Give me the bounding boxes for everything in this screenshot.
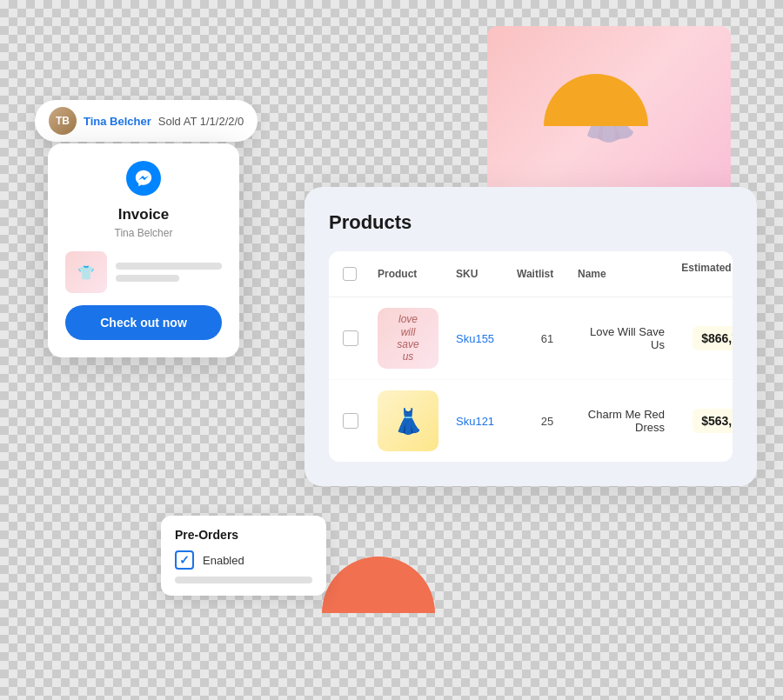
row2-sku-link[interactable]: Sku121 — [456, 415, 494, 428]
row1-sku-link[interactable]: Sku155 — [456, 332, 494, 345]
row2-checkbox-cell — [343, 413, 378, 429]
invoice-card: Invoice Tina Belcher 👕 Check out now — [48, 143, 239, 357]
preorders-enabled-row[interactable]: ✓ Enabled — [175, 550, 312, 570]
row2-product-image: 👗 — [378, 390, 438, 451]
preorders-card: Pre-Orders ✓ Enabled — [161, 516, 326, 596]
table-header-row: Product SKU Waitlist Name Estimated Re-o… — [329, 251, 733, 297]
row1-sku-cell: Sku155 — [456, 330, 517, 346]
row1-product-image: lovewillsaveus — [378, 308, 438, 369]
notification-action: Sold AT 1/1/2/2/0 — [158, 115, 244, 128]
invoice-product-row: 👕 — [65, 251, 222, 293]
header-profit: Estimated Re-order Profit — [665, 262, 733, 286]
product-line-2 — [116, 275, 179, 282]
deco-coral-semicircle — [322, 557, 435, 613]
table-row: 👗 Sku121 25 Charm Me Red Dress $563,127.… — [329, 380, 733, 462]
header-sku: SKU — [456, 268, 517, 280]
preorders-title: Pre-Orders — [175, 528, 312, 542]
invoice-customer-name: Tina Belcher — [65, 227, 222, 239]
preorders-detail-line — [175, 577, 312, 583]
checkout-button[interactable]: Check out now — [65, 305, 222, 340]
products-panel-title: Products — [329, 211, 733, 234]
row2-product-name: Charm Me Red Dress — [578, 408, 665, 434]
messenger-icon — [126, 161, 161, 196]
products-panel: Products Product SKU Waitlist Name Estim… — [304, 187, 757, 486]
row2-profit: $563,127.00 — [693, 409, 733, 433]
table-row: lovewillsaveus Sku155 61 Love Will Save … — [329, 297, 733, 380]
header-checkbox-col — [343, 267, 378, 281]
row1-profit: $866,770.00 — [693, 326, 733, 350]
row2-sku-cell: Sku121 — [456, 413, 517, 429]
row1-waitlist: 61 — [517, 332, 578, 345]
row1-checkbox-cell — [343, 330, 378, 346]
header-waitlist: Waitlist — [517, 268, 578, 280]
header-name: Name — [578, 268, 665, 280]
row2-waitlist: 25 — [517, 415, 578, 428]
row1-checkbox[interactable] — [343, 330, 358, 346]
row1-img-bg: lovewillsaveus — [378, 308, 438, 369]
products-table: Product SKU Waitlist Name Estimated Re-o… — [329, 251, 733, 462]
row1-product-name: Love Will Save Us — [578, 325, 665, 351]
invoice-product-info — [116, 263, 222, 282]
header-product: Product — [378, 268, 456, 280]
invoice-product-thumbnail: 👕 — [65, 251, 107, 293]
notification-user-name: Tina Belcher — [84, 115, 151, 128]
messenger-svg — [134, 169, 153, 188]
preorders-enabled-label: Enabled — [203, 554, 244, 567]
notification-bar: TB Tina Belcher Sold AT 1/1/2/2/0 — [35, 100, 258, 142]
row2-profit-col: $563,127.00 — [665, 409, 733, 433]
product-line-1 — [116, 263, 222, 270]
row2-img-bg: 👗 — [378, 390, 438, 451]
invoice-title: Invoice — [65, 206, 222, 223]
preorders-checkbox[interactable]: ✓ — [175, 550, 194, 570]
header-checkbox[interactable] — [343, 267, 357, 281]
row1-profit-col: $866,770.00 — [665, 326, 733, 350]
row2-checkbox[interactable] — [343, 413, 358, 429]
avatar: TB — [49, 107, 77, 135]
checkmark-icon: ✓ — [179, 553, 190, 567]
